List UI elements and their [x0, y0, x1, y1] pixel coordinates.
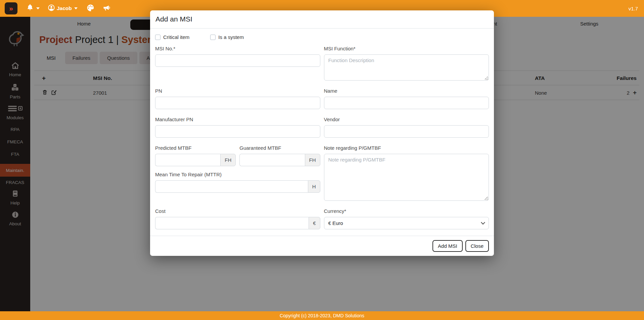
cost-label: Cost [155, 208, 320, 214]
field-msi-function: MSI Function* [324, 46, 489, 81]
theme-button[interactable] [86, 4, 95, 13]
msi-function-textarea[interactable] [324, 54, 489, 81]
field-msi-no: MSI No.* [155, 46, 320, 81]
footer: Copyright (c) 2018-2023, DMD Solutions [0, 311, 644, 320]
name-label: Name [324, 88, 489, 94]
predicted-mtbf-label: Predicted MTBF [155, 145, 236, 151]
note-label: Note regarding P/GMTBF [324, 145, 489, 151]
msi-no-label: MSI No.* [155, 46, 320, 51]
modal-header: Add an MSI [150, 10, 494, 29]
note-textarea[interactable] [324, 154, 489, 201]
modal-form: MSI No.* MSI Function* PN Name [155, 46, 489, 231]
user-menu[interactable]: Jacob [48, 4, 78, 13]
field-mttr: Mean Time To Repair (MTTR) H [155, 172, 320, 193]
sidebar-toggle-button[interactable]: » [5, 2, 17, 14]
mttr-input[interactable] [155, 180, 308, 193]
guaranteed-mtbf-input[interactable] [239, 154, 305, 166]
is-a-system-label: Is a system [218, 34, 244, 40]
double-chevron-icon: » [9, 4, 13, 12]
bell-icon [26, 4, 34, 13]
chevron-down-icon [36, 7, 40, 9]
megaphone-icon [102, 4, 111, 13]
critical-item-checkbox[interactable] [155, 35, 160, 40]
pn-label: PN [155, 88, 320, 94]
is-a-system-checkbox[interactable] [210, 35, 216, 40]
field-pn: PN [155, 88, 320, 109]
field-note: Note regarding P/GMTBF [324, 145, 489, 201]
modal-title: Add an MSI [155, 15, 489, 23]
mttr-unit: H [308, 180, 320, 193]
notifications-button[interactable] [26, 4, 40, 13]
currency-select[interactable]: € Euro [324, 217, 489, 229]
name-input[interactable] [324, 97, 489, 109]
add-msi-button[interactable]: Add MSI [432, 240, 463, 252]
chevron-down-icon [74, 7, 78, 9]
add-msi-modal: Add an MSI Critical item Is a system MSI… [150, 10, 494, 256]
predicted-mtbf-unit: FH [220, 154, 236, 166]
version-label: v1.7 [629, 6, 638, 11]
critical-item-checkbox-group[interactable]: Critical item [155, 34, 189, 40]
field-guaranteed-mtbf: Guaranteed MTBF FH [239, 145, 320, 166]
announcements-button[interactable] [102, 4, 111, 13]
modal-body: Critical item Is a system MSI No.* MSI F… [150, 29, 494, 236]
critical-item-label: Critical item [163, 34, 189, 40]
close-button[interactable]: Close [465, 240, 489, 252]
pn-input[interactable] [155, 97, 320, 109]
field-predicted-mtbf: Predicted MTBF FH [155, 145, 236, 166]
field-name: Name [324, 88, 489, 109]
vendor-input[interactable] [324, 125, 489, 138]
vendor-label: Vendor [324, 117, 489, 122]
currency-label: Currency* [324, 208, 489, 214]
user-circle-icon [48, 4, 55, 13]
field-vendor: Vendor [324, 117, 489, 138]
field-manufacturer-pn: Manufacturer PN [155, 117, 320, 138]
cost-input[interactable] [155, 217, 309, 229]
predicted-mtbf-input[interactable] [155, 154, 220, 166]
mttr-label: Mean Time To Repair (MTTR) [155, 172, 320, 177]
guaranteed-mtbf-label: Guaranteed MTBF [239, 145, 320, 151]
modal-footer: Add MSI Close [150, 236, 494, 256]
manufacturer-pn-label: Manufacturer PN [155, 117, 320, 122]
palette-icon [86, 4, 95, 13]
cost-currency-symbol: € [309, 217, 320, 229]
copyright-text: Copyright (c) 2018-2023, DMD Solutions [280, 313, 364, 318]
field-mtbf-and-mttr: Predicted MTBF FH Guaranteed MTBF FH [155, 145, 320, 201]
msi-no-input[interactable] [155, 54, 320, 67]
field-cost: Cost € [155, 208, 320, 229]
field-currency: Currency* € Euro [324, 208, 489, 229]
user-name: Jacob [57, 5, 72, 11]
msi-function-label: MSI Function* [324, 46, 489, 51]
guaranteed-mtbf-unit: FH [305, 154, 320, 166]
is-a-system-checkbox-group[interactable]: Is a system [210, 34, 244, 40]
checkbox-row: Critical item Is a system [155, 34, 489, 40]
manufacturer-pn-input[interactable] [155, 125, 320, 138]
